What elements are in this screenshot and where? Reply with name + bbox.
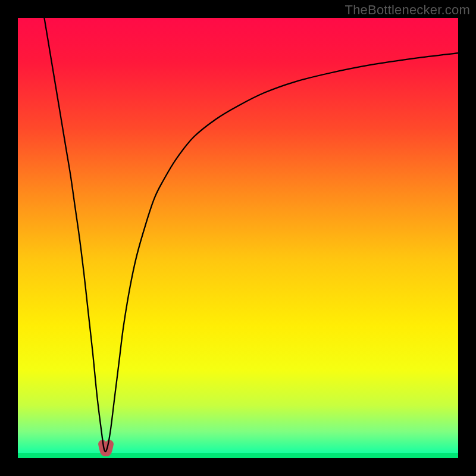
chart-svg [18, 18, 458, 458]
baseline-band [18, 453, 458, 458]
chart-frame: TheBottlenecker.com [0, 0, 476, 476]
gradient-background [18, 18, 458, 458]
watermark-text: TheBottlenecker.com [345, 2, 470, 18]
plot-area [18, 18, 458, 458]
